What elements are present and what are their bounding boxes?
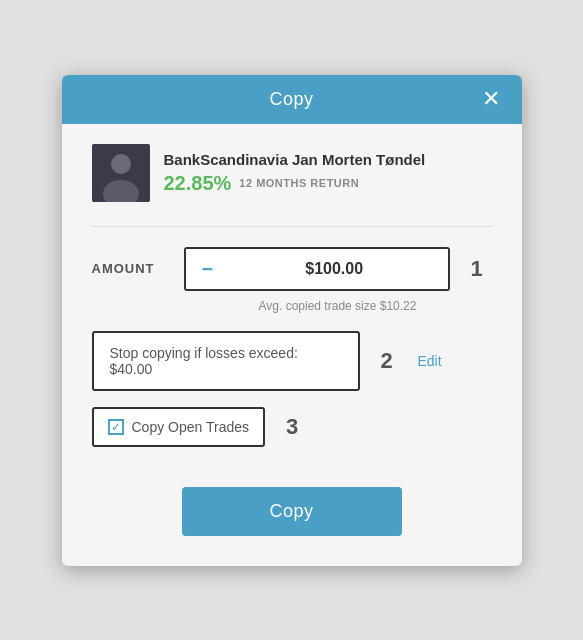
step-2-number: 2 (372, 348, 402, 374)
step-3-number: 3 (277, 414, 307, 440)
copy-trades-checkbox[interactable]: ✓ (108, 419, 124, 435)
stop-loss-box: Stop copying if losses exceed: $40.00 (92, 331, 360, 391)
stop-loss-right: 2 Edit (372, 348, 492, 374)
trader-return: 22.85% 12 MONTHS RETURN (164, 172, 426, 195)
trader-name: BankScandinavia Jan Morten Tøndel (164, 151, 426, 168)
copy-trades-section: ✓ Copy Open Trades 3 (92, 407, 492, 447)
edit-stop-loss-button[interactable]: Edit (418, 353, 442, 369)
step-1-number: 1 (462, 256, 492, 282)
increase-button[interactable]: + (439, 249, 449, 289)
stop-loss-section: Stop copying if losses exceed: $40.00 2 … (92, 331, 492, 391)
modal-title: Copy (269, 89, 313, 110)
close-button[interactable]: ✕ (476, 86, 506, 112)
amount-row: AMOUNT − + 1 (92, 247, 492, 291)
copy-trades-label: Copy Open Trades (132, 419, 250, 435)
return-percent: 22.85% (164, 172, 232, 195)
amount-input[interactable] (229, 250, 439, 288)
avg-trade-size-text: Avg. copied trade size $10.22 (92, 299, 492, 313)
modal-container: Copy ✕ BankScandinavia Jan Morten (62, 75, 522, 566)
decrease-button[interactable]: − (186, 249, 230, 289)
divider (92, 226, 492, 227)
svg-point-1 (111, 154, 131, 174)
amount-control: − + (184, 247, 450, 291)
amount-label: AMOUNT (92, 261, 172, 276)
copy-button[interactable]: Copy (182, 487, 402, 536)
return-label: 12 MONTHS RETURN (239, 177, 359, 189)
modal-header: Copy ✕ (62, 75, 522, 124)
trader-info: BankScandinavia Jan Morten Tøndel 22.85%… (164, 151, 426, 195)
avatar-image (92, 144, 150, 202)
avatar (92, 144, 150, 202)
modal-body: BankScandinavia Jan Morten Tøndel 22.85%… (62, 124, 522, 566)
modal-overlay: Copy ✕ BankScandinavia Jan Morten (0, 0, 583, 640)
trader-section: BankScandinavia Jan Morten Tøndel 22.85%… (92, 144, 492, 202)
stop-loss-text: Stop copying if losses exceed: $40.00 (110, 345, 298, 377)
copy-button-section: Copy (92, 477, 492, 536)
copy-trades-box[interactable]: ✓ Copy Open Trades (92, 407, 266, 447)
